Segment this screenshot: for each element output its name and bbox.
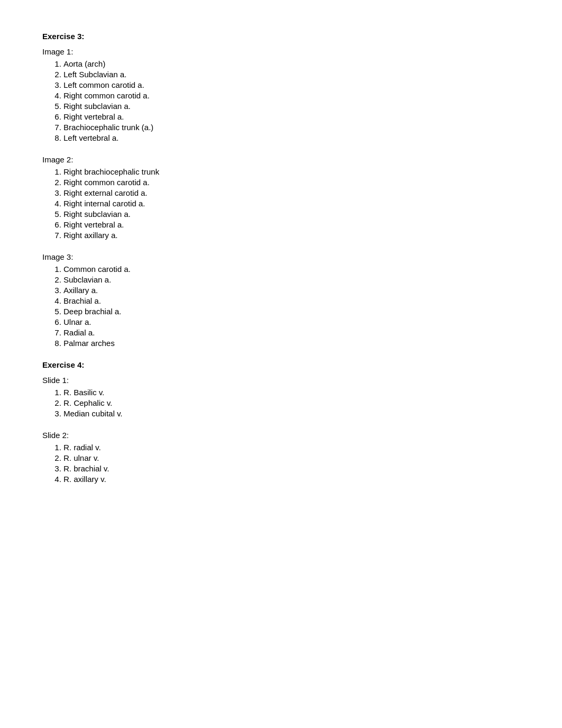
exercise3-heading: Exercise 3:	[42, 32, 520, 41]
image1-label: Image 1:	[42, 47, 520, 56]
list-item: Right internal carotid a.	[64, 199, 520, 208]
list-item: Brachiocephalic trunk (a.)	[64, 123, 520, 132]
list-item: Left Subclavian a.	[64, 70, 520, 79]
slide1-label: Slide 1:	[42, 376, 520, 385]
slide2-block: Slide 2: R. radial v. R. ulnar v. R. bra…	[42, 431, 520, 484]
list-item: Right vertebral a.	[64, 220, 520, 229]
slide2-label: Slide 2:	[42, 431, 520, 440]
image3-block: Image 3: Common carotid a. Subclavian a.…	[42, 252, 520, 348]
list-item: R. ulnar v.	[64, 453, 520, 462]
image3-label: Image 3:	[42, 252, 520, 261]
list-item: Axillary a.	[64, 286, 520, 295]
list-item: Right axillary a.	[64, 231, 520, 240]
list-item: R. axillary v.	[64, 475, 520, 484]
list-item: Deep brachial a.	[64, 307, 520, 316]
image2-label: Image 2:	[42, 155, 520, 164]
image2-block: Image 2: Right brachiocephalic trunk Rig…	[42, 155, 520, 240]
exercise4-heading: Exercise 4:	[42, 360, 520, 369]
list-item: Right subclavian a.	[64, 102, 520, 111]
slide1-block: Slide 1: R. Basilic v. R. Cephalic v. Me…	[42, 376, 520, 418]
list-item: R. Cephalic v.	[64, 398, 520, 407]
slide2-list: R. radial v. R. ulnar v. R. brachial v. …	[64, 443, 520, 484]
image2-list: Right brachiocephalic trunk Right common…	[64, 167, 520, 240]
list-item: Median cubital v.	[64, 409, 520, 418]
list-item: Right vertebral a.	[64, 112, 520, 121]
list-item: Radial a.	[64, 328, 520, 337]
list-item: Right brachiocephalic trunk	[64, 167, 520, 176]
list-item: Ulnar a.	[64, 317, 520, 326]
list-item: Common carotid a.	[64, 265, 520, 274]
image3-list: Common carotid a. Subclavian a. Axillary…	[64, 265, 520, 348]
list-item: R. Basilic v.	[64, 388, 520, 397]
list-item: Aorta (arch)	[64, 59, 520, 68]
list-item: Right subclavian a.	[64, 210, 520, 219]
slide1-list: R. Basilic v. R. Cephalic v. Median cubi…	[64, 388, 520, 418]
exercise4-block: Exercise 4: Slide 1: R. Basilic v. R. Ce…	[42, 360, 520, 484]
list-item: Subclavian a.	[64, 275, 520, 284]
list-item: Left common carotid a.	[64, 80, 520, 89]
list-item: R. radial v.	[64, 443, 520, 452]
list-item: Right common carotid a.	[64, 178, 520, 187]
list-item: R. brachial v.	[64, 464, 520, 473]
image1-block: Image 1: Aorta (arch) Left Subclavian a.…	[42, 47, 520, 142]
list-item: Right external carotid a.	[64, 188, 520, 197]
list-item: Palmar arches	[64, 339, 520, 348]
exercise3-block: Exercise 3: Image 1: Aorta (arch) Left S…	[42, 32, 520, 348]
list-item: Brachial a.	[64, 296, 520, 305]
list-item: Right common carotid a.	[64, 91, 520, 100]
list-item: Left vertebral a.	[64, 133, 520, 142]
image1-list: Aorta (arch) Left Subclavian a. Left com…	[64, 59, 520, 142]
